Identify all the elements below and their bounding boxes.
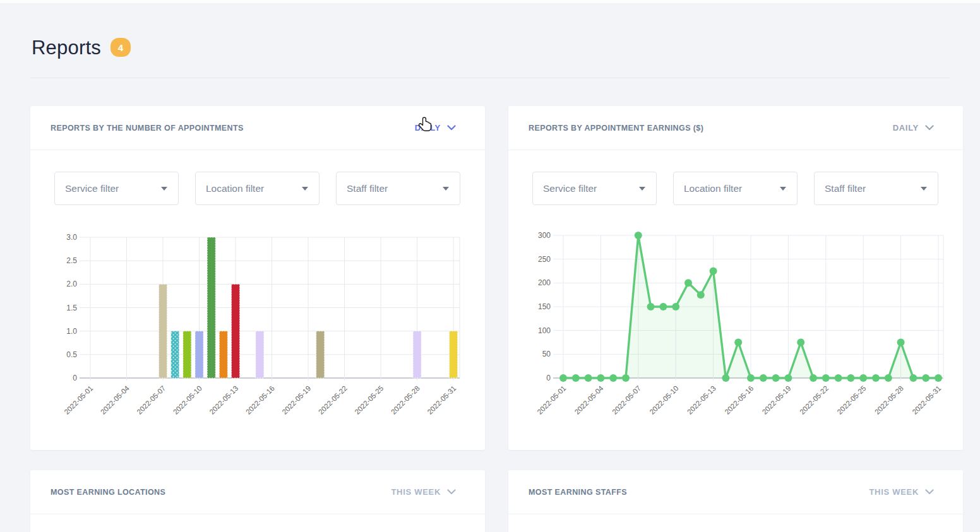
reports-count-badge: 4 <box>111 38 131 57</box>
dropdown-arrow-icon <box>443 187 449 191</box>
card-locations-title: MOST EARNING LOCATIONS <box>51 488 165 497</box>
staff-filter-select[interactable]: Staff filter <box>336 172 460 205</box>
locations-period-label: THIS WEEK <box>391 487 441 497</box>
svg-text:2022-05-16: 2022-05-16 <box>244 384 276 416</box>
mouse-cursor-icon <box>418 116 433 134</box>
location-filter-select[interactable]: Location filter <box>195 172 320 205</box>
svg-text:2022-05-13: 2022-05-13 <box>686 384 717 416</box>
svg-text:0: 0 <box>546 374 551 382</box>
svg-text:200: 200 <box>538 278 551 287</box>
card-earnings: REPORTS BY APPOINTMENT EARNINGS ($) DAIL… <box>508 106 963 450</box>
svg-text:50: 50 <box>542 350 551 358</box>
svg-text:0: 0 <box>73 374 77 382</box>
dropdown-arrow-icon <box>780 187 786 191</box>
chevron-down-icon <box>925 125 934 131</box>
svg-text:2022-05-31: 2022-05-31 <box>911 384 942 416</box>
svg-text:2022-05-22: 2022-05-22 <box>317 384 349 416</box>
staff-filter-label: Staff filter <box>825 183 866 194</box>
svg-text:300: 300 <box>538 231 551 240</box>
location-filter-select[interactable]: Location filter <box>673 172 798 205</box>
card-staffs-title: MOST EARNING STAFFS <box>529 488 627 497</box>
appointments-bar-chart: 00.51.01.52.02.53.02022-05-012022-05-042… <box>49 226 485 447</box>
location-filter-label: Location filter <box>684 183 742 194</box>
service-filter-label: Service filter <box>543 183 597 194</box>
earnings-line-chart: 0501001502002503002022-05-012022-05-0420… <box>527 226 963 447</box>
dropdown-arrow-icon <box>921 187 927 191</box>
svg-text:2022-05-19: 2022-05-19 <box>280 384 312 416</box>
locations-period-dropdown[interactable]: THIS WEEK <box>391 487 456 497</box>
svg-text:2022-05-28: 2022-05-28 <box>390 384 421 416</box>
earnings-period-label: DAILY <box>893 123 919 133</box>
svg-text:100: 100 <box>538 326 551 335</box>
chevron-down-icon <box>925 489 934 495</box>
card-appointments-header: REPORTS BY THE NUMBER OF APPOINTMENTS DA… <box>30 106 485 150</box>
svg-text:2022-05-10: 2022-05-10 <box>172 384 203 416</box>
card-earnings-header: REPORTS BY APPOINTMENT EARNINGS ($) DAIL… <box>508 106 963 150</box>
staff-filter-select[interactable]: Staff filter <box>814 172 938 205</box>
svg-text:2022-05-22: 2022-05-22 <box>798 384 830 416</box>
location-filter-label: Location filter <box>206 183 264 194</box>
svg-text:3.0: 3.0 <box>66 233 77 242</box>
dropdown-arrow-icon <box>161 187 167 191</box>
svg-text:0.5: 0.5 <box>66 350 77 359</box>
page-title: Reports <box>32 37 101 59</box>
staffs-period-dropdown[interactable]: THIS WEEK <box>869 487 934 497</box>
title-divider <box>30 78 950 78</box>
card-appointments-title: REPORTS BY THE NUMBER OF APPOINTMENTS <box>51 124 244 133</box>
earnings-filters: Service filter Location filter Staff fil… <box>532 172 938 205</box>
card-staffs: MOST EARNING STAFFS THIS WEEK <box>508 470 963 532</box>
svg-text:2022-05-07: 2022-05-07 <box>135 384 167 416</box>
svg-text:2.0: 2.0 <box>66 280 77 288</box>
svg-text:2022-05-13: 2022-05-13 <box>208 384 239 416</box>
svg-text:2022-05-07: 2022-05-07 <box>611 384 642 416</box>
card-locations: MOST EARNING LOCATIONS THIS WEEK <box>30 470 485 532</box>
svg-text:2022-05-25: 2022-05-25 <box>836 384 868 416</box>
svg-text:2022-05-04: 2022-05-04 <box>573 384 606 417</box>
service-filter-select[interactable]: Service filter <box>532 172 657 205</box>
svg-text:2.5: 2.5 <box>66 256 77 265</box>
appointments-filters: Service filter Location filter Staff fil… <box>54 172 460 205</box>
page-header: Reports 4 <box>32 37 131 59</box>
dropdown-arrow-icon <box>639 187 645 191</box>
svg-text:2022-05-01: 2022-05-01 <box>535 384 567 416</box>
card-staffs-header: MOST EARNING STAFFS THIS WEEK <box>508 470 963 514</box>
svg-text:2022-05-28: 2022-05-28 <box>873 384 905 416</box>
dropdown-arrow-icon <box>302 187 308 191</box>
svg-text:2022-05-31: 2022-05-31 <box>426 384 457 416</box>
svg-text:150: 150 <box>538 302 551 311</box>
chevron-down-icon <box>447 125 456 131</box>
svg-text:2022-05-10: 2022-05-10 <box>648 384 680 416</box>
card-earnings-title: REPORTS BY APPOINTMENT EARNINGS ($) <box>529 124 703 133</box>
staff-filter-label: Staff filter <box>347 183 388 194</box>
card-locations-header: MOST EARNING LOCATIONS THIS WEEK <box>30 470 485 514</box>
svg-text:1.0: 1.0 <box>66 327 77 336</box>
svg-text:2022-05-04: 2022-05-04 <box>99 384 131 417</box>
card-appointments: REPORTS BY THE NUMBER OF APPOINTMENTS DA… <box>30 106 485 450</box>
svg-text:1.5: 1.5 <box>66 304 77 312</box>
service-filter-select[interactable]: Service filter <box>54 172 179 205</box>
service-filter-label: Service filter <box>65 183 119 194</box>
earnings-period-dropdown[interactable]: DAILY <box>893 123 934 133</box>
top-strip <box>0 0 980 3</box>
svg-text:2022-05-25: 2022-05-25 <box>353 384 385 416</box>
svg-text:2022-05-01: 2022-05-01 <box>63 384 94 416</box>
chevron-down-icon <box>447 489 456 495</box>
svg-text:2022-05-16: 2022-05-16 <box>723 384 755 416</box>
staffs-period-label: THIS WEEK <box>869 487 919 497</box>
svg-text:2022-05-19: 2022-05-19 <box>761 384 792 416</box>
svg-text:250: 250 <box>538 255 551 264</box>
